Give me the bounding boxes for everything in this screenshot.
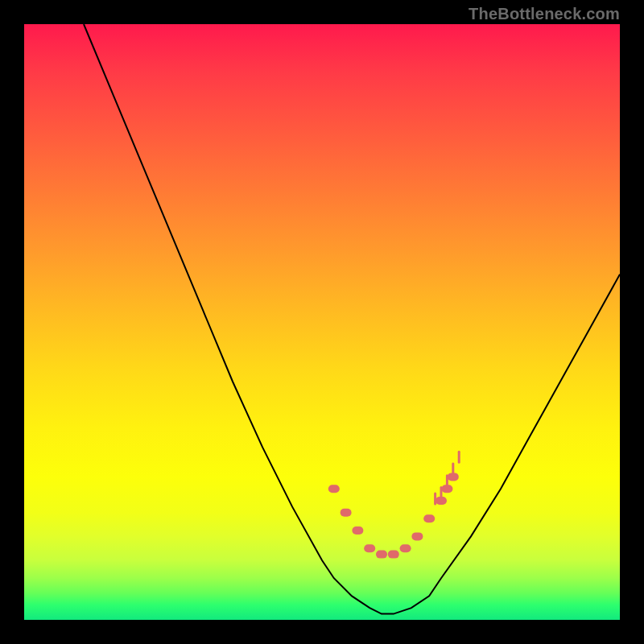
chart-svg <box>24 24 620 620</box>
marker-dot <box>400 544 411 552</box>
marker-dot <box>352 526 363 535</box>
curve-layer <box>84 24 620 614</box>
markers-layer <box>328 473 459 558</box>
plot-area <box>24 24 620 620</box>
marker-dot <box>341 509 352 517</box>
marker-dot <box>411 532 423 540</box>
marker-dot <box>388 551 399 559</box>
marker-dot <box>448 473 459 481</box>
chart-frame: TheBottleneck.com <box>0 0 644 644</box>
marker-dot <box>423 514 435 522</box>
marker-dot <box>364 544 375 552</box>
marker-dot <box>436 497 447 505</box>
marker-dot <box>441 485 452 493</box>
marker-dot <box>328 485 340 493</box>
marker-dot <box>376 551 387 559</box>
bottleneck-curve <box>84 24 620 614</box>
watermark-text: TheBottleneck.com <box>469 5 620 23</box>
